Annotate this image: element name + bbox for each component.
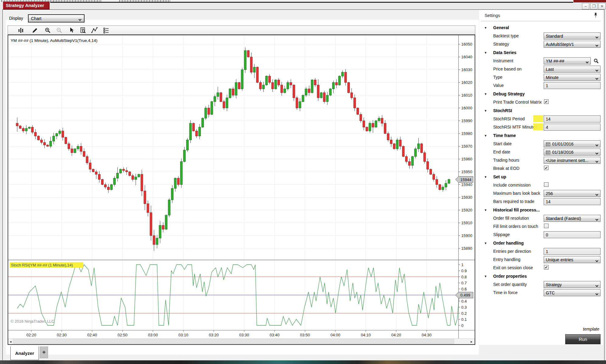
svg-text:04:30: 04:30 [422,333,432,337]
svg-text:Stoch RSI(YM ##-## (1 Minute),: Stoch RSI(YM ##-## (1 Minute),14) [11,263,73,267]
svg-text:15960: 15960 [461,157,472,161]
polyline-icon[interactable] [91,27,99,34]
window-title[interactable]: Strategy Analyzer [3,2,50,9]
pencil-icon[interactable] [31,27,39,34]
input-value: 1 [546,83,548,88]
svg-text:02:50: 02:50 [118,333,128,337]
stochrsi-mtf-minutes-input[interactable]: 4 [544,124,601,131]
trading-hours-dropdown[interactable]: <Use instrument sett... [544,157,601,164]
stochrsi-period-input[interactable]: 14 [544,115,601,122]
setting-label: StochRSI Period [493,116,525,121]
backtest-type-dropdown[interactable]: Standard [544,33,601,39]
time-in-force-dropdown[interactable]: GTC [544,289,601,296]
input-value: 14 [546,117,551,122]
svg-text:15980: 15980 [461,131,472,136]
entry-handling-dropdown[interactable]: Unique entries [544,256,601,263]
svg-text:0.499: 0.499 [460,293,470,297]
bars-required-to-trade-input[interactable]: 14 [544,198,601,205]
display-dropdown[interactable]: Chart [28,14,85,22]
last-value-marker: 0.499 [455,292,473,298]
fill-limit-orders-on-touch-checkbox[interactable] [544,224,549,228]
svg-text:0.2: 0.2 [461,311,467,316]
bar-type-icon[interactable] [17,27,25,34]
collapse-triangle-icon: ▼ [484,275,487,278]
dropdown-value: Last [546,67,554,72]
maximize-icon[interactable]: ❐ [590,3,597,9]
section-general[interactable]: ▼General [479,23,603,32]
value-input[interactable]: 1 [544,82,601,89]
break-at-eod-checkbox[interactable]: ✔ [544,166,549,170]
dropdown-value: YM ##-## [546,59,564,64]
chevron-down-icon [595,43,598,46]
setting-row-stochrsi-period: StochRSI Period14 [479,115,603,123]
include-commission-checkbox[interactable] [544,182,549,187]
minimize-icon[interactable]: – [582,3,589,9]
set-order-quantity-dropdown[interactable]: Strategy [544,281,601,288]
dropdown-value: Standard [546,34,563,39]
date-value: 01/01/2016 [552,142,573,146]
section-stochrsi[interactable]: ▼StochRSI [479,106,603,115]
setting-label: Maximum bars look back [493,191,540,196]
tab-analyzer[interactable]: Analyzer [10,346,39,360]
setting-row-set-order-quantity: Set order quantityStrategy [479,280,603,289]
desktop-background-strip [0,360,606,364]
chart-inspector-icon[interactable] [79,27,87,34]
calendar-icon [546,142,550,146]
print-trade-control-matrix-checkbox[interactable]: ✔ [544,99,549,104]
section-historical-fill-process[interactable]: ▼Historical fill process... [479,206,603,214]
chart-scrollbar[interactable]: ◂▸ [8,338,475,344]
instrument-dropdown[interactable]: YM ##-## [544,57,591,64]
exit-on-session-close-checkbox[interactable]: ✔ [544,265,549,270]
collapse-triangle-icon: ▼ [484,109,487,112]
section-order-handling[interactable]: ▼Order handling [479,239,603,247]
setting-label: Set order quantity [493,282,527,287]
svg-text:15940: 15940 [461,182,472,187]
svg-text:03:00: 03:00 [148,333,158,337]
setting-row-entries-per-direction: Entries per direction1 [479,247,603,256]
maximum-bars-look-back-dropdown[interactable]: 256 [544,190,601,197]
collapse-triangle-icon: ▼ [484,242,487,245]
close-icon[interactable]: ✕ [598,3,606,9]
section-time-frame[interactable]: ▼Time frame [479,131,603,140]
order-fill-resolution-dropdown[interactable]: Standard (Fastest) [544,215,601,222]
pointer-icon[interactable] [68,27,75,34]
section-label: Debug Strategy [493,91,525,96]
setting-label: Bars required to trade [493,199,534,204]
section-order-properties[interactable]: ▼Order properties [479,272,603,280]
svg-text:03:40: 03:40 [270,333,280,337]
add-tab-button[interactable]: + [40,346,48,358]
chevron-down-icon [595,292,598,294]
pin-icon[interactable] [594,12,597,18]
collapse-triangle-icon: ▼ [484,51,487,54]
price-based-on-dropdown[interactable]: Last [544,66,601,73]
scroll-right-icon: ▸ [471,340,473,343]
svg-text:0: 0 [461,323,463,328]
run-button[interactable]: Run [565,334,601,344]
setting-row-value: Value1 [479,81,603,90]
setting-label: Exit on session close [493,265,533,270]
setting-row-time-in-force: Time in forceGTC [479,289,603,297]
start-date-picker[interactable]: 01/01/2016 [544,140,601,147]
section-data-series[interactable]: ▼Data Series [479,48,603,57]
end-date-picker[interactable]: 01/18/2016 [544,149,601,156]
strategy-dropdown[interactable]: AuMultiStepV1 [544,41,601,48]
section-set-up[interactable]: ▼Set up [479,173,603,181]
chevron-down-icon [595,217,598,220]
dropdown-value: AuMultiStepV1 [546,42,574,47]
svg-text:03:20: 03:20 [209,333,219,337]
template-link[interactable]: template [583,327,599,331]
slippage-input[interactable]: 0 [544,231,601,238]
type-dropdown[interactable]: Minute [544,74,601,81]
settings-title: Settings [485,13,500,18]
entries-per-direction-input[interactable]: 1 [544,248,601,255]
search-icon[interactable] [593,57,600,64]
svg-text:03:50: 03:50 [300,333,310,337]
chart-canvas[interactable]: 1605016040160301602016010160001599015980… [8,35,475,344]
background-window-strip [0,0,606,3]
chevron-down-icon [595,68,598,70]
checklist-icon[interactable] [102,27,110,34]
svg-text:04:00: 04:00 [331,333,341,337]
svg-text:15890: 15890 [461,246,472,251]
zoom-in-icon[interactable] [44,27,52,34]
section-debug-strategy[interactable]: ▼Debug Strategy [479,90,603,98]
